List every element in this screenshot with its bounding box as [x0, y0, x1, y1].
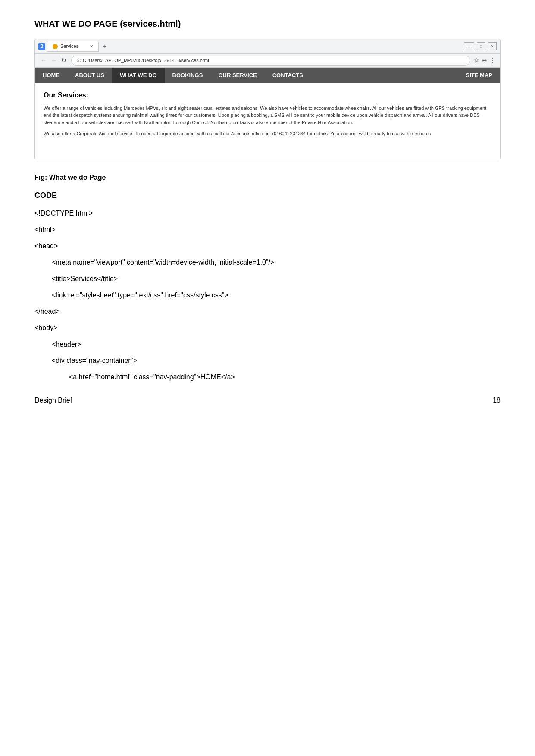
nav-item-about-us[interactable]: ABOUT US — [67, 68, 112, 83]
services-paragraph-1: We offer a range of vehicles including M… — [44, 105, 491, 126]
services-heading: Our Services: — [44, 90, 491, 100]
new-tab-icon[interactable]: + — [100, 41, 109, 52]
browser-content: Our Services: We offer a range of vehicl… — [35, 83, 500, 159]
forward-button[interactable]: → — [50, 56, 58, 65]
browser-app-icon: B — [38, 43, 45, 50]
page-wrapper: WHAT WE DO PAGE (services.html) B Servic… — [0, 0, 535, 431]
menu-icon[interactable]: ⋮ — [490, 56, 496, 65]
profile-icon[interactable]: ⊖ — [482, 56, 487, 65]
browser-addressbar: ← → ↻ ⓘ C:/Users/LAPTOP_MP0285/Desktop/1… — [35, 54, 500, 68]
tab-favicon — [53, 44, 58, 49]
nav-item-home[interactable]: HOME — [35, 68, 67, 83]
code-line: <div class="nav-container"> — [34, 356, 501, 366]
nav-item-our-service[interactable]: OUR SERVICE — [210, 68, 264, 83]
code-line: <body> — [34, 323, 501, 333]
minimize-button[interactable]: — — [464, 42, 474, 50]
code-line: <html> — [34, 225, 501, 235]
tab-close-icon[interactable]: ✕ — [90, 43, 93, 50]
footer-label: Design Brief — [34, 395, 72, 406]
code-line: <title>Services</title> — [34, 274, 501, 284]
bookmark-icon[interactable]: ☆ — [474, 56, 479, 65]
close-window-button[interactable]: × — [488, 42, 497, 50]
code-line: <a href="home.html" class="nav-padding">… — [34, 372, 501, 382]
nav-buttons: ← → ↻ — [39, 56, 68, 65]
page-footer: Design Brief 18 — [34, 395, 501, 406]
nav-item-contacts[interactable]: CONTACTS — [265, 68, 311, 83]
fig-caption: Fig: What we do Page — [34, 172, 501, 183]
services-paragraph-2: We also offer a Corporate Account servic… — [44, 130, 491, 137]
browser-titlebar: B Services ✕ + — □ × — [35, 39, 500, 54]
code-line: <head> — [34, 241, 501, 251]
window-controls: — □ × — [464, 42, 497, 50]
nav-item-what-we-do[interactable]: WHAT WE DO — [112, 68, 165, 83]
address-bar-icons: ☆ ⊖ ⋮ — [474, 56, 496, 65]
code-line: </head> — [34, 306, 501, 317]
code-block: <!DOCTYPE html><html><head><meta name="v… — [34, 208, 501, 382]
footer-page-number: 18 — [493, 395, 501, 406]
browser-tab[interactable]: Services ✕ — [47, 41, 99, 52]
code-line: <header> — [34, 339, 501, 350]
back-button[interactable]: ← — [39, 56, 48, 65]
browser-mockup: B Services ✕ + — □ × ← → ↻ ⓘ C:/Users/LA — [34, 39, 501, 159]
maximize-button[interactable]: □ — [477, 42, 485, 50]
url-bar[interactable]: ⓘ C:/Users/LAPTOP_MP0285/Desktop/1291418… — [71, 56, 470, 66]
section-heading: WHAT WE DO PAGE (services.html) — [34, 17, 501, 30]
code-line: <meta name="viewport" content="width=dev… — [34, 257, 501, 268]
code-label: CODE — [34, 190, 501, 201]
nav-item-bookings[interactable]: BOOKINGS — [165, 68, 211, 83]
code-line: <link rel="stylesheet" type="text/css" h… — [34, 290, 501, 300]
info-icon: ⓘ — [77, 57, 81, 64]
code-line: <!DOCTYPE html> — [34, 208, 501, 219]
nav-item-site-map[interactable]: SITE MAP — [458, 68, 500, 83]
url-text: C:/Users/LAPTOP_MP0285/Desktop/1291418/s… — [83, 57, 209, 64]
tab-label: Services — [60, 43, 78, 50]
reload-button[interactable]: ↻ — [60, 56, 68, 65]
site-nav: HOME ABOUT US WHAT WE DO BOOKINGS OUR SE… — [35, 68, 500, 83]
